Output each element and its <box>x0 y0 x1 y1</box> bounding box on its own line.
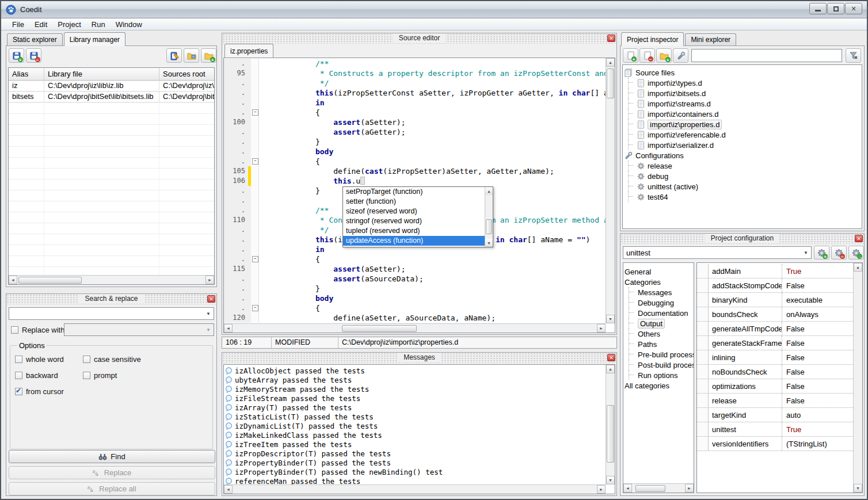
library-remove-button[interactable]: − <box>26 48 41 63</box>
property-row-inlining[interactable]: inliningFalse <box>697 350 853 365</box>
editor-vscrollbar[interactable]: ▲ ▼ <box>606 58 615 323</box>
completion-item[interactable]: stringof (reserved word) <box>343 216 485 226</box>
configuration-combo[interactable]: unittest ▼ <box>623 246 812 259</box>
property-row-noBoundsCheck[interactable]: noBoundsCheckFalse <box>697 365 853 379</box>
library-table-hscrollbar[interactable]: ◄ ► <box>9 275 214 284</box>
category-messages[interactable]: Messages <box>625 287 694 297</box>
replace-all-button[interactable]: ba Replace all <box>9 482 215 495</box>
tree-item-debug[interactable]: debug <box>624 171 861 181</box>
checkbox-icon[interactable] <box>15 356 22 363</box>
property-value[interactable]: False <box>782 350 853 364</box>
completion-item[interactable]: tupleof (reserved word) <box>343 226 485 236</box>
messages-vscrollbar[interactable]: ▲ ▼ <box>606 365 615 484</box>
tree-item-import-iz-bitsets-d[interactable]: import\iz\bitsets.d <box>624 88 861 98</box>
message-item[interactable]: izFileStream passed the tests <box>224 394 606 403</box>
replace-term-combo[interactable]: ▼ <box>64 323 214 336</box>
property-value[interactable]: onAlways <box>782 307 853 321</box>
minimize-button[interactable] <box>809 3 827 14</box>
category-output[interactable]: Output <box>625 318 694 329</box>
message-item[interactable]: izPropDescriptor(T) passed the tests <box>224 449 606 458</box>
tab-library-manager[interactable]: Library manager <box>64 32 125 46</box>
property-value[interactable]: True <box>782 422 853 436</box>
close-button[interactable]: ✕ <box>845 3 862 14</box>
option-case-sensitive[interactable]: case sensitive <box>83 355 208 364</box>
tree-item-unittest-active-[interactable]: unittest (active) <box>624 181 861 192</box>
replace-with-checkbox-box[interactable] <box>11 326 18 334</box>
search-replace-close-icon[interactable]: ✕ <box>207 295 215 303</box>
file-add-button[interactable]: + <box>623 48 638 63</box>
chevron-down-icon[interactable]: ▼ <box>801 247 811 258</box>
clear-filter-button[interactable] <box>846 48 861 63</box>
category-general[interactable]: General <box>625 266 694 277</box>
search-term-combo[interactable]: ▼ <box>9 307 214 320</box>
property-row-addStackStompCode[interactable]: addStackStompCodeFalse <box>697 278 853 293</box>
property-row-generateStackFrame[interactable]: generateStackFrameFalse <box>697 336 853 350</box>
option-whole-word[interactable]: whole word <box>15 355 83 364</box>
option-backward[interactable]: backward <box>15 371 83 380</box>
tree-item-release[interactable]: release <box>624 161 861 171</box>
property-row-versionIdentifiers[interactable]: versionIdentifiers(TStringList) <box>697 437 853 451</box>
fold-icon[interactable] <box>251 157 259 166</box>
property-value[interactable]: False <box>782 322 853 335</box>
messages-close-icon[interactable]: ✕ <box>607 354 615 361</box>
category-debugging[interactable]: Debugging <box>625 297 694 308</box>
property-value[interactable]: False <box>782 379 853 393</box>
category-documentation[interactable]: Documentation <box>625 308 694 318</box>
property-row-boundsCheck[interactable]: boundsCheckonAlways <box>697 307 853 322</box>
table-row[interactable]: izC:\Dev\dproj\iz\lib\iz.libC:\Dev\dproj… <box>9 81 214 91</box>
source-editor-close-icon[interactable]: ✕ <box>607 35 615 42</box>
menu-item-window[interactable]: Window <box>111 19 147 30</box>
table-row[interactable]: bitsetsC:\Dev\dproj\bitSet\lib\bitsets.l… <box>9 91 214 102</box>
tree-item-configurations[interactable]: Configurations <box>624 150 861 161</box>
category-paths[interactable]: Paths <box>625 339 694 349</box>
message-item[interactable]: ubyteArray passed the tests <box>224 375 606 384</box>
checkbox-icon[interactable] <box>83 356 90 363</box>
config-run-button[interactable]: → <box>848 246 864 259</box>
replace-button[interactable]: ba Replace <box>9 466 215 479</box>
checkbox-icon[interactable] <box>15 388 22 395</box>
library-from-project-button[interactable] <box>184 48 199 63</box>
inspector-filter-input[interactable] <box>691 49 842 62</box>
completion-item[interactable]: setPropTarget (function) <box>343 187 485 197</box>
message-item[interactable]: izAllocObject passed the tests <box>224 366 606 375</box>
message-item[interactable]: referenceMan passed the tests <box>224 476 606 484</box>
completion-item[interactable]: updateAccess (function) <box>343 236 485 246</box>
category-post-build-process[interactable]: Post-build process <box>625 360 694 370</box>
property-value[interactable]: (TStringList) <box>782 437 853 451</box>
category-pre-build-process[interactable]: Pre-build process <box>625 349 694 360</box>
tab-static-explorer[interactable]: Static explorer <box>7 33 63 46</box>
restore-button[interactable] <box>827 3 844 14</box>
message-item[interactable]: izMemoryStream passed the tests <box>224 384 606 394</box>
folder-add-button[interactable]: + <box>656 48 672 63</box>
tree-item-import-iz-types-d[interactable]: import\iz\types.d <box>624 78 861 88</box>
tab-project-inspector[interactable]: Project inspector <box>621 32 684 46</box>
message-item[interactable]: izStaticList(T) passed the tests <box>224 412 606 421</box>
property-row-release[interactable]: releaseFalse <box>697 394 853 408</box>
completion-item[interactable]: setter (function) <box>343 197 485 207</box>
fold-icon[interactable] <box>251 303 259 313</box>
property-grid-vscrollbar[interactable]: ▲ ▼ <box>853 263 862 493</box>
project-settings-button[interactable] <box>673 48 688 63</box>
property-value[interactable]: False <box>782 394 853 407</box>
tree-item-import-iz-streams-d[interactable]: import\iz\streams.d <box>624 98 861 109</box>
property-row-unittest[interactable]: unittestTrue <box>697 422 853 437</box>
fold-icon[interactable] <box>251 254 259 264</box>
property-value[interactable]: False <box>782 336 853 350</box>
option-from-cursor[interactable]: from cursor <box>15 387 83 396</box>
categories-hscrollbar[interactable]: ◄ ► <box>623 483 694 493</box>
message-item[interactable]: izPropertyBinder(T) passed the tests <box>224 458 606 467</box>
category-all-categories[interactable]: All categories <box>625 380 694 391</box>
checkbox-icon[interactable] <box>83 372 90 379</box>
library-column-header[interactable]: Sources root <box>159 68 214 80</box>
tree-item-source-files[interactable]: Source files <box>624 67 861 78</box>
message-item[interactable]: izDynamicList(T) passed the tests <box>224 421 606 430</box>
tree-item-import-iz-properties-d[interactable]: import\iz\properties.d <box>624 119 861 129</box>
message-item[interactable]: izArray(T) passed the tests <box>224 403 606 412</box>
library-column-header[interactable]: Alias <box>9 68 44 80</box>
library-table[interactable]: AliasLibrary fileSources root izC:\Dev\d… <box>8 67 215 285</box>
category-others[interactable]: Others <box>625 329 694 339</box>
library-edit-button[interactable] <box>166 48 182 63</box>
option-prompt[interactable]: prompt <box>83 371 208 380</box>
property-row-optimizations[interactable]: optimizationsFalse <box>697 379 853 394</box>
completion-item[interactable]: sizeof (reserved word) <box>343 207 485 216</box>
